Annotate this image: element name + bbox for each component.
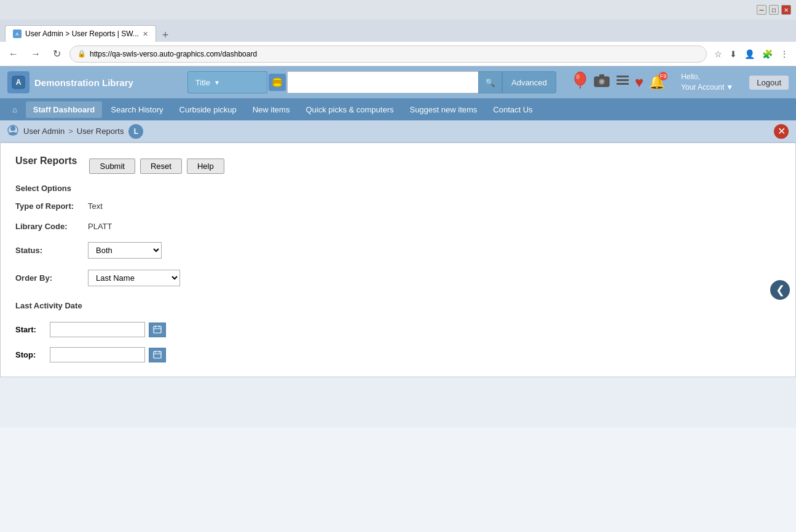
search-type-selector[interactable]: Title ▼: [187, 71, 267, 93]
reset-button[interactable]: Reset: [140, 158, 182, 174]
status-select[interactable]: Both Active Inactive: [88, 242, 162, 259]
svg-point-4: [575, 72, 586, 85]
tab-label: User Admin > User Reports | SW...: [25, 29, 139, 38]
breadcrumb: User Admin > User Reports: [23, 127, 124, 136]
search-type-label: Title: [195, 78, 210, 87]
active-tab[interactable]: A User Admin > User Reports | SW... ✕: [5, 25, 156, 42]
start-date-input[interactable]: [50, 322, 145, 337]
app-logo-group: A Demonstration Library: [7, 71, 133, 93]
nav-icon-group: ☆ ⬇ 👤 🧩 ⋮: [712, 47, 791, 61]
panel-close-button[interactable]: ✕: [774, 124, 789, 139]
stop-calendar-button[interactable]: [149, 348, 166, 362]
nav-search-history[interactable]: Search History: [103, 101, 170, 118]
svg-rect-15: [154, 326, 161, 333]
nav-home[interactable]: ⌂: [5, 101, 25, 118]
svg-point-3: [273, 83, 282, 87]
extensions-button[interactable]: 🧩: [760, 47, 775, 61]
app-header: A Demonstration Library Title ▼ 🔍 Advanc…: [0, 66, 796, 98]
account-link[interactable]: Your Account ▼: [681, 82, 733, 93]
back-button[interactable]: ←: [5, 46, 22, 62]
url-input[interactable]: [90, 50, 699, 58]
panel-actions: Submit Reset Help: [89, 158, 224, 174]
svg-rect-11: [617, 79, 629, 81]
order-by-row: Order By: Last Name First Name Patron ID: [15, 267, 781, 289]
nav-curbside-pickup[interactable]: Curbside pickup: [172, 101, 244, 118]
type-of-report-row: Type of Report: Text: [15, 199, 781, 213]
nav-staff-dashboard[interactable]: Staff Dashboard: [26, 101, 102, 118]
user-badge: L: [128, 124, 143, 139]
svg-point-13: [10, 126, 15, 131]
svg-point-5: [576, 74, 580, 79]
type-of-report-value: Text: [88, 201, 103, 211]
help-button[interactable]: Help: [187, 158, 224, 174]
panel-header: User Reports Submit Reset Help: [15, 155, 781, 176]
svg-rect-9: [599, 74, 604, 77]
profile-button[interactable]: 👤: [742, 47, 757, 61]
new-tab-button[interactable]: +: [157, 29, 174, 42]
nav-suggest-items[interactable]: Suggest new items: [402, 101, 484, 118]
menu-button[interactable]: ⋮: [778, 47, 791, 61]
order-by-select[interactable]: Last Name First Name Patron ID: [88, 270, 180, 286]
tab-bar: A User Admin > User Reports | SW... ✕ +: [0, 20, 796, 42]
stop-date-row: Stop:: [15, 345, 781, 364]
breadcrumb-user-icon: [7, 125, 18, 138]
favorites-icon[interactable]: ♥: [635, 74, 644, 91]
tab-close-button[interactable]: ✕: [143, 30, 148, 38]
collapse-panel-button[interactable]: ❮: [770, 280, 790, 300]
submit-button[interactable]: Submit: [89, 158, 135, 174]
database-icon[interactable]: [269, 74, 286, 91]
close-window-button[interactable]: ✕: [781, 5, 791, 15]
breadcrumb-user-reports[interactable]: User Reports: [77, 127, 124, 136]
start-date-row: Start:: [15, 320, 781, 339]
status-label: Status:: [15, 246, 83, 255]
notification-badge: F9: [659, 72, 668, 80]
account-section: Hello, Your Account ▼: [681, 72, 733, 93]
url-bar: 🔒: [69, 45, 707, 63]
library-code-value: PLATT: [88, 222, 112, 231]
user-reports-panel: User Reports Submit Reset Help Select Op…: [0, 143, 796, 377]
order-by-label: Order By:: [15, 273, 83, 283]
search-input[interactable]: [287, 71, 478, 93]
library-code-label: Library Code:: [15, 222, 83, 231]
section-title: Select Options: [15, 184, 781, 193]
navigation-bar: ← → ↻ 🔒 ☆ ⬇ 👤 🧩 ⋮: [0, 42, 796, 66]
lock-icon: 🔒: [77, 50, 86, 58]
minimize-button[interactable]: ─: [757, 5, 766, 15]
breadcrumb-user-admin[interactable]: User Admin: [23, 127, 65, 136]
svg-text:A: A: [16, 78, 22, 87]
search-bar: Title ▼ 🔍 Advanced: [187, 71, 556, 93]
stop-date-input[interactable]: [50, 347, 145, 362]
hello-text: Hello,: [681, 72, 733, 82]
type-of-report-label: Type of Report:: [15, 201, 83, 211]
window-controls: ─ □ ✕: [757, 5, 791, 15]
logout-button[interactable]: Logout: [749, 76, 789, 90]
form-fields: Type of Report: Text Library Code: PLATT…: [15, 199, 781, 364]
header-icons: ♥ 🔔 F9: [572, 71, 665, 93]
downloads-button[interactable]: ⬇: [727, 47, 739, 61]
nav-contact-us[interactable]: Contact Us: [486, 101, 540, 118]
start-calendar-button[interactable]: [149, 323, 166, 337]
account-chevron-icon: ▼: [726, 82, 733, 93]
chevron-down-icon: ▼: [214, 79, 220, 86]
search-input-wrap: 🔍 Advanced: [287, 71, 556, 93]
balloon-icon[interactable]: [572, 71, 588, 93]
nav-new-items[interactable]: New items: [245, 101, 298, 118]
main-navigation: ⌂ Staff Dashboard Search History Curbsid…: [0, 98, 796, 120]
forward-button[interactable]: →: [27, 46, 44, 62]
panel-title: User Reports: [15, 155, 77, 166]
content-area: User Admin > User Reports L ✕ User Repor…: [0, 120, 796, 428]
notifications-icon[interactable]: 🔔 F9: [648, 74, 665, 90]
svg-rect-19: [154, 351, 161, 358]
nav-quick-picks[interactable]: Quick picks & computers: [298, 101, 401, 118]
camera-icon[interactable]: [593, 73, 610, 92]
app-logo-icon: A: [7, 71, 30, 93]
status-row: Status: Both Active Inactive: [15, 240, 781, 261]
bookmark-button[interactable]: ☆: [712, 47, 725, 61]
advanced-search-button[interactable]: Advanced: [502, 71, 556, 93]
refresh-button[interactable]: ↻: [49, 45, 65, 62]
maximize-button[interactable]: □: [769, 5, 779, 15]
list-view-icon[interactable]: [615, 73, 630, 92]
svg-point-8: [600, 80, 604, 84]
search-button[interactable]: 🔍: [478, 71, 502, 93]
start-label: Start:: [15, 325, 46, 334]
